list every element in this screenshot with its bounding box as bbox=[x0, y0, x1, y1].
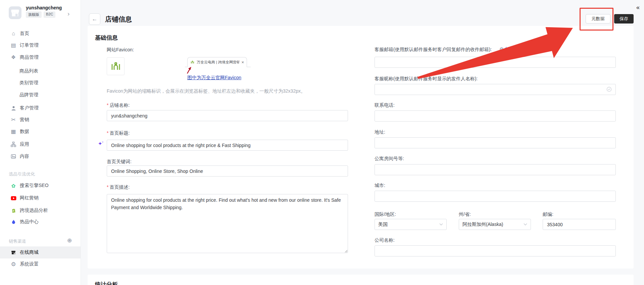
annotation-mini-arrow bbox=[186, 66, 193, 74]
gear-icon: ⚙ bbox=[10, 262, 17, 267]
person-icon bbox=[10, 106, 17, 111]
section-title-stats: 统计分析 bbox=[95, 281, 118, 285]
home-title-input[interactable] bbox=[107, 140, 348, 151]
shop-name-input[interactable] bbox=[107, 110, 348, 121]
required-mark: * bbox=[107, 102, 108, 108]
company-label: 公司名称: bbox=[375, 237, 395, 243]
state-label: 州/省: bbox=[459, 211, 471, 218]
basic-info-card: 基础信息 网站Favicon: 万全云电商 | 跨境全网营销整体解 × 图中为万… bbox=[88, 26, 634, 269]
shopify-bag-icon: s bbox=[10, 208, 17, 213]
page-title: 店铺信息 bbox=[105, 15, 132, 24]
sidebar-item-products[interactable]: ❖ 商品管理 bbox=[0, 51, 81, 63]
sidebar-expand-icon[interactable]: › bbox=[67, 10, 69, 17]
site-logo-icon bbox=[110, 60, 122, 73]
product-box-icon: ❖ bbox=[10, 55, 17, 60]
country-label: 国际/地区: bbox=[375, 211, 396, 218]
favicon-caption-link[interactable]: 图中为万全云官网Favicon bbox=[187, 75, 241, 81]
sidebar-item-customers[interactable]: 客户管理 bbox=[0, 102, 81, 114]
section-title-traffic: 选品引流优化 bbox=[9, 171, 35, 177]
home-icon: ⌂ bbox=[10, 31, 17, 36]
storefront-black-icon bbox=[10, 250, 17, 255]
store-avatar bbox=[9, 6, 21, 19]
zip-input[interactable] bbox=[543, 219, 616, 230]
sidebar-item-orders[interactable]: ▤ 订单管理 bbox=[0, 39, 81, 51]
description-textarea[interactable]: Online shopping for cool products at the… bbox=[107, 194, 348, 253]
apartment-input[interactable] bbox=[375, 164, 616, 175]
required-mark: * bbox=[107, 130, 108, 136]
tab-favicon-icon bbox=[190, 60, 195, 64]
chevron-down-icon bbox=[439, 223, 443, 226]
required-mark: * bbox=[107, 184, 108, 190]
plan-badge: 旗舰版 bbox=[26, 11, 42, 18]
apartment-label: 公寓房间号等: bbox=[375, 156, 404, 162]
chevron-down-icon bbox=[524, 223, 527, 226]
country-select[interactable]: 美国 bbox=[375, 219, 447, 230]
panel-collapse-icon[interactable]: « bbox=[636, 4, 640, 11]
keywords-label: 首页关键词: bbox=[107, 159, 132, 165]
metadata-button[interactable]: 元数据 bbox=[586, 14, 610, 23]
close-icon: × bbox=[241, 60, 244, 64]
sidebar-item-crossborder[interactable]: s 跨境选品分析 bbox=[0, 204, 81, 217]
save-button[interactable]: 保存 bbox=[614, 14, 634, 23]
flame-icon bbox=[10, 219, 17, 225]
svg-text:s: s bbox=[13, 209, 14, 212]
section-title-basic-info: 基础信息 bbox=[95, 34, 118, 42]
back-button[interactable]: ← bbox=[89, 13, 100, 25]
service-nickname-input[interactable] bbox=[375, 84, 616, 95]
storefront-icon bbox=[9, 6, 21, 19]
service-email-label: 客服邮箱(使用默认邮件服务时客户回复邮件的收件邮箱): bbox=[375, 47, 492, 53]
tab-title: 万全云电商 | 跨境全网营销整体解 bbox=[197, 60, 239, 65]
stats-card: 统计分析 bbox=[88, 275, 634, 285]
back-arrow-icon: ← bbox=[92, 16, 98, 22]
state-select[interactable]: 阿拉斯加州(Alaska) bbox=[459, 219, 531, 230]
sidebar-item-brand[interactable]: 品牌管理 bbox=[0, 89, 81, 101]
description-label: *首页描述: bbox=[107, 184, 130, 190]
youtube-icon bbox=[10, 196, 17, 200]
sidebar-item-marketing[interactable]: ✂ 营销 bbox=[0, 114, 81, 126]
phone-input[interactable] bbox=[375, 110, 616, 122]
favicon-label: 网站Favicon: bbox=[107, 47, 134, 53]
sidebar-item-hot-products[interactable]: 热品中心 bbox=[0, 216, 81, 228]
ai-sparkle-icon[interactable]: ✦✧ bbox=[98, 141, 104, 147]
sidebar-item-home[interactable]: ⌂ 首页 bbox=[0, 28, 81, 40]
phone-label: 联系电话: bbox=[375, 102, 395, 108]
favicon-preview[interactable] bbox=[107, 57, 125, 75]
order-document-icon: ▤ bbox=[10, 43, 17, 48]
email-settings-link[interactable]: ⚙邮箱设置 bbox=[499, 46, 524, 52]
address-input[interactable] bbox=[375, 137, 616, 148]
image-icon bbox=[10, 154, 17, 159]
shop-name-label: *店铺名称: bbox=[107, 102, 130, 108]
home-title-label: *首页标题: bbox=[107, 130, 130, 136]
sidebar-item-settings[interactable]: ⚙ 系统设置 bbox=[0, 258, 81, 270]
scissors-icon: ✂ bbox=[10, 117, 17, 123]
browser-tab-mockup: 万全云电商 | 跨境全网营销整体解 × bbox=[187, 57, 247, 67]
section-title-channels: 销售渠道 bbox=[9, 238, 26, 244]
table-grid-icon: ▦ bbox=[10, 129, 17, 134]
add-channel-icon[interactable]: ⊕ bbox=[67, 237, 72, 244]
sidebar-item-online-store[interactable]: 在线商城 bbox=[0, 246, 81, 258]
company-input[interactable] bbox=[375, 245, 616, 256]
service-nickname-label: 客服昵称(使用默认邮件服务时显示的发件人名称): bbox=[375, 76, 478, 82]
service-email-input[interactable] bbox=[375, 57, 616, 68]
sidebar-item-product-list[interactable]: 商品列表 bbox=[0, 65, 81, 77]
sidebar-item-apps[interactable]: 应用 bbox=[0, 138, 81, 150]
sidebar-item-data[interactable]: ▦ 数据 bbox=[0, 126, 81, 138]
store-name: yunshangcheng bbox=[26, 5, 62, 10]
gear-small-icon: ⚙ bbox=[499, 46, 504, 52]
mode-badge: B2C bbox=[44, 11, 55, 18]
city-input[interactable] bbox=[375, 191, 616, 202]
sidebar: yunshangcheng 旗舰版 B2C › ⌂ 首页 ▤ 订单管理 ❖ 商品… bbox=[0, 0, 81, 285]
address-label: 地址: bbox=[375, 129, 385, 135]
check-circle-icon bbox=[606, 87, 612, 92]
sidebar-item-category[interactable]: 类别管理 bbox=[0, 77, 81, 89]
sidebar-item-content[interactable]: 内容 bbox=[0, 150, 81, 162]
zip-label: 邮编: bbox=[543, 211, 553, 218]
city-label: 城市: bbox=[375, 183, 385, 189]
sitemap-icon bbox=[10, 142, 17, 147]
sidebar-item-influencer[interactable]: 网红营销 bbox=[0, 192, 81, 204]
seo-flower-icon: ✿ bbox=[10, 183, 17, 188]
sidebar-item-seo[interactable]: ✿ 搜索引擎SEO bbox=[0, 180, 81, 192]
favicon-helper-text: Favicon为网站的缩略标识，会展示在浏览器标签、地址栏左边和收藏夹，一般尺寸… bbox=[107, 88, 305, 94]
keywords-input[interactable] bbox=[107, 165, 348, 177]
